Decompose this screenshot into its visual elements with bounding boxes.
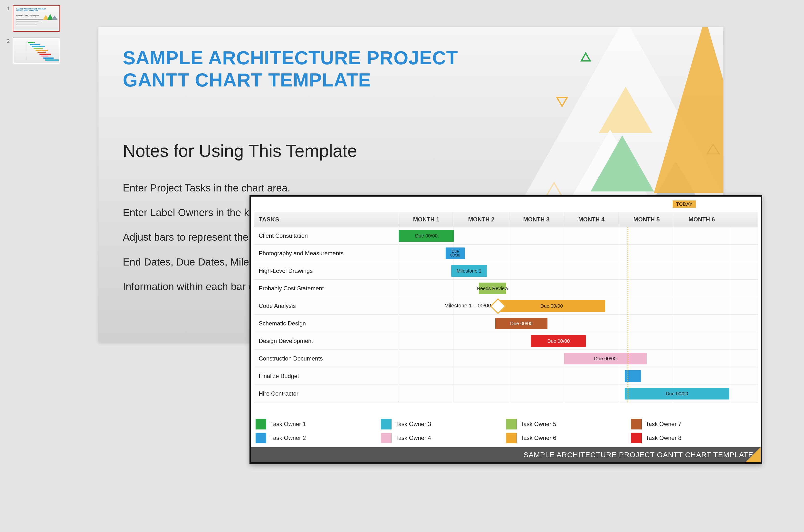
gantt-task-name: Design Development [254, 332, 399, 349]
gantt-row: Design DevelopmentDue 00/00 [254, 332, 758, 350]
gantt-bar[interactable] [625, 370, 641, 382]
gantt-month-header: MONTH 1 [399, 212, 454, 227]
gantt-month-header: MONTH 6 [674, 212, 729, 227]
gantt-row: Photography and MeasurementsDue00/00 [254, 245, 758, 262]
gantt-legend: Task Owner 1Task Owner 3Task Owner 5Task… [256, 418, 756, 444]
gantt-timeline-cell: Milestone 1 [399, 262, 758, 279]
svg-marker-0 [581, 53, 590, 61]
gantt-rows: Client ConsultationDue 00/00Photography … [254, 227, 758, 403]
legend-item: Task Owner 8 [631, 431, 756, 444]
triangle-icon [599, 87, 652, 133]
slide-body-line: Enter Project Tasks in the chart area. [123, 180, 689, 196]
legend-swatch [381, 419, 392, 430]
gantt-month-header: MONTH 5 [619, 212, 674, 227]
svg-marker-1 [557, 97, 567, 106]
gantt-bar[interactable]: Due 00/00 [531, 335, 586, 347]
gantt-tasks-header: TASKS [254, 212, 399, 227]
legend-label: Task Owner 5 [521, 421, 557, 428]
gantt-header-row: TASKSMONTH 1MONTH 2MONTH 3MONTH 4MONTH 5… [254, 212, 758, 227]
gantt-task-name: Client Consultation [254, 227, 399, 244]
legend-item: Task Owner 6 [506, 431, 631, 444]
gantt-row: Client ConsultationDue 00/00 [254, 227, 758, 245]
slide-thumbnail[interactable]: 2 [2, 38, 66, 64]
slide-subtitle: Notes for Using This Template [123, 141, 357, 161]
gantt-task-name: Probably Cost Statement [254, 280, 399, 297]
legend-label: Task Owner 6 [521, 435, 557, 441]
gantt-row: Code AnalysisMilestone 1 – 00/00Due 00/0… [254, 297, 758, 315]
slide-thumbnail[interactable]: 1SAMPLE ARCHITECTURE PROJECTGANTT CHART … [2, 5, 66, 32]
gantt-timeline-cell: Milestone 1 – 00/00Due 00/00 [399, 297, 758, 315]
gantt-footer: SAMPLE ARCHITECTURE PROJECT GANTT CHART … [251, 447, 761, 462]
legend-swatch [256, 419, 266, 430]
slide-title: SAMPLE ARCHITECTURE PROJECT GANTT CHART … [123, 47, 458, 91]
legend-swatch [506, 433, 517, 443]
legend-label: Task Owner 8 [646, 435, 681, 441]
gantt-annotation: Milestone 1 – 00/00 [444, 303, 491, 309]
today-marker-line [628, 227, 628, 403]
gantt-bar[interactable]: Due 00/00 [498, 300, 605, 312]
gantt-bar[interactable]: Due 00/00 [625, 388, 729, 399]
gantt-preview-window: TODAY TASKSMONTH 1MONTH 2MONTH 3MONTH 4M… [249, 195, 762, 464]
gantt-row: Construction DocumentsDue 00/00 [254, 350, 758, 367]
gantt-row: High-Level DrawingsMilestone 1 [254, 262, 758, 280]
gantt-row: Finalize Budget [254, 367, 758, 385]
slide-title-line2: GANTT CHART TEMPLATE [123, 69, 458, 91]
legend-swatch [631, 419, 642, 430]
legend-item: Task Owner 5 [506, 418, 631, 431]
slide-title-line1: SAMPLE ARCHITECTURE PROJECT [123, 47, 458, 69]
legend-swatch [381, 433, 392, 443]
legend-swatch [631, 433, 642, 443]
legend-label: Task Owner 1 [270, 421, 306, 428]
gantt-task-name: Finalize Budget [254, 367, 399, 385]
today-marker-label: TODAY [673, 201, 696, 208]
legend-label: Task Owner 4 [395, 435, 431, 441]
slide-thumbnail-number: 1 [2, 5, 10, 12]
svg-marker-3 [707, 144, 719, 154]
gantt-timeline-cell: Due 00/00 [399, 332, 758, 349]
gantt-timeline-cell [399, 367, 758, 385]
gantt-timeline-cell: Due 00/00 [399, 350, 758, 367]
triangle-icon [707, 143, 720, 155]
gantt-bar[interactable]: Due 00/00 [495, 318, 548, 329]
gantt-task-name: High-Level Drawings [254, 262, 399, 279]
legend-swatch [506, 419, 517, 430]
gantt-bar[interactable]: Needs Review [479, 283, 506, 294]
gantt-bar[interactable]: Due 00/00 [399, 230, 454, 242]
gantt-task-name: Hire Contractor [254, 385, 399, 402]
gantt-month-header: MONTH 3 [509, 212, 564, 227]
gantt-timeline-cell: Due00/00 [399, 245, 758, 262]
triangle-icon [557, 97, 568, 107]
legend-swatch [256, 433, 266, 443]
triangle-icon [654, 27, 723, 193]
triangle-icon [581, 53, 591, 61]
gantt-bar[interactable]: Milestone 1 [451, 265, 487, 277]
gantt-timeline-cell: Needs Review [399, 280, 758, 297]
gantt-task-name: Construction Documents [254, 350, 399, 367]
legend-item: Task Owner 7 [631, 418, 756, 431]
svg-marker-4 [599, 87, 652, 133]
gantt-task-name: Schematic Design [254, 315, 399, 332]
legend-label: Task Owner 3 [395, 421, 431, 428]
svg-marker-9 [654, 27, 723, 193]
legend-item: Task Owner 2 [256, 431, 381, 444]
slide-thumbnail-number: 2 [2, 38, 10, 44]
legend-item: Task Owner 3 [381, 418, 506, 431]
gantt-month-header: MONTH 2 [454, 212, 509, 227]
gantt-row: Probably Cost StatementNeeds Review [254, 280, 758, 297]
gantt-footer-text: SAMPLE ARCHITECTURE PROJECT GANTT CHART … [524, 451, 753, 459]
gantt-row: Schematic DesignDue 00/00 [254, 315, 758, 332]
slide-thumbnail-panel: 1SAMPLE ARCHITECTURE PROJECTGANTT CHART … [2, 5, 66, 70]
gantt-task-name: Photography and Measurements [254, 245, 399, 262]
gantt-bar[interactable]: Due00/00 [446, 247, 465, 259]
gantt-timeline-cell: Due 00/00 [399, 385, 758, 402]
gantt-task-name: Code Analysis [254, 297, 399, 315]
gantt-row: Hire ContractorDue 00/00 [254, 385, 758, 402]
today-marker-badge: TODAY [673, 202, 696, 207]
gantt-timeline-cell: Due 00/00 [399, 315, 758, 332]
gantt-bar[interactable]: Due 00/00 [564, 353, 647, 364]
legend-label: Task Owner 7 [646, 421, 681, 428]
legend-item: Task Owner 4 [381, 431, 506, 444]
legend-label: Task Owner 2 [270, 435, 306, 441]
legend-item: Task Owner 1 [256, 418, 381, 431]
gantt-month-header: MONTH 4 [564, 212, 619, 227]
